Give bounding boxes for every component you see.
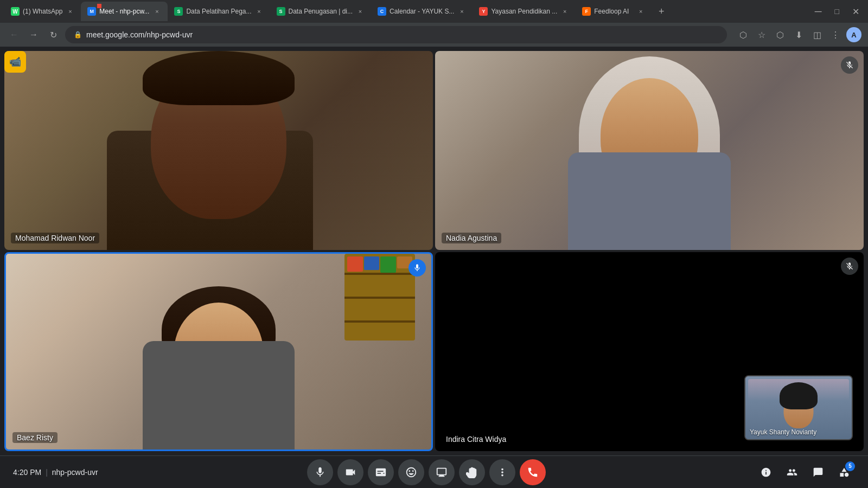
extensions-icon[interactable]: ⬡	[773, 27, 788, 42]
yayasan-tab-close[interactable]: ×	[560, 7, 569, 16]
nadia-name-label: Nadia Agustina	[442, 233, 501, 243]
controls-bar: 4:20 PM | nhp-pcwd-uvr	[0, 455, 868, 488]
yayasan-tab-label: Yayasan Pendidikan ...	[491, 8, 557, 15]
new-tab-button[interactable]: +	[654, 4, 669, 19]
sidebar-icon[interactable]: ◫	[809, 27, 825, 42]
baez-speaking-icon	[409, 259, 426, 277]
tab-feedloop[interactable]: F Feedloop AI ×	[576, 2, 652, 21]
minimize-button[interactable]: ─	[810, 6, 826, 17]
screen-cast-icon[interactable]: ⬡	[736, 27, 751, 42]
control-buttons-center	[307, 459, 546, 485]
calendar-tab-close[interactable]: ×	[457, 7, 466, 16]
calendar-tab-label: Calendar - YAYUK S...	[390, 8, 454, 15]
whatsapp-tab-label: (1) WhatsApp	[23, 8, 62, 15]
indira-mute-icon	[841, 258, 858, 275]
self-view-label: Yayuk Shanty Novianty	[750, 428, 816, 436]
meet-tab-label: Meet - nhp-pcw...	[99, 8, 149, 15]
penugasan-tab-label: Data Penugasan | di...	[289, 8, 353, 15]
tab-meet[interactable]: M Meet - nhp-pcw... ×	[81, 2, 168, 21]
meet-logo-icon: 📹	[4, 51, 26, 73]
present-button[interactable]	[429, 459, 455, 485]
pelatihan-tab-label: Data Pelatihan Pega...	[186, 8, 251, 15]
meet-tab-close[interactable]: ×	[152, 7, 161, 16]
tab-whatsapp[interactable]: W (1) WhatsApp ×	[4, 2, 81, 21]
browser-chrome: W (1) WhatsApp × M Meet - nhp-pcw... × S…	[0, 0, 868, 47]
video-grid: Mohamad Ridwan Noor Nadia Agustina	[0, 47, 868, 455]
pelatihan-tab-close[interactable]: ×	[255, 7, 264, 16]
penugasan-favicon: S	[277, 7, 285, 16]
address-text: meet.google.com/nhp-pcwd-uvr	[86, 30, 718, 39]
activities-button[interactable]: 5	[833, 461, 855, 483]
download-icon[interactable]: ⬇	[791, 27, 806, 42]
camera-button[interactable]	[337, 459, 363, 485]
video-tile-indira[interactable]: Indira Citra Widya Yayuk Shanty Novianty	[435, 252, 864, 451]
meet-logo-symbol: 📹	[9, 56, 21, 68]
feedloop-tab-label: Feedloop AI	[594, 8, 633, 15]
profile-avatar[interactable]: A	[846, 27, 861, 42]
end-call-button[interactable]	[520, 459, 546, 485]
nadia-mute-icon	[841, 56, 858, 74]
penugasan-tab-close[interactable]: ×	[356, 7, 365, 16]
whatsapp-favicon: W	[11, 7, 20, 16]
reload-button[interactable]: ↻	[46, 27, 61, 42]
info-button[interactable]	[755, 461, 777, 483]
menu-icon[interactable]: ⋮	[828, 27, 843, 42]
back-button[interactable]: ←	[7, 27, 22, 42]
indira-name-label: Indira Citra Widya	[442, 434, 510, 445]
emoji-button[interactable]	[398, 459, 424, 485]
mic-button[interactable]	[307, 459, 333, 485]
captions-button[interactable]	[368, 459, 394, 485]
feedloop-favicon: F	[582, 7, 591, 16]
toolbar-icons: ⬡ ☆ ⬡ ⬇ ◫ ⋮ A	[736, 27, 861, 42]
tab-calendar[interactable]: C Calendar - YAYUK S... ×	[371, 2, 473, 21]
tab-bar: W (1) WhatsApp × M Meet - nhp-pcw... × S…	[0, 0, 868, 23]
meet-logo: 📹	[4, 51, 26, 73]
raise-hand-button[interactable]	[459, 459, 485, 485]
close-button[interactable]: ✕	[848, 7, 864, 17]
video-tile-nadia[interactable]: Nadia Agustina	[435, 51, 864, 250]
tab-yayasan[interactable]: Y Yayasan Pendidikan ... ×	[473, 2, 576, 21]
calendar-favicon: C	[378, 7, 386, 16]
video-tile-ridwan[interactable]: Mohamad Ridwan Noor	[4, 51, 433, 250]
side-controls: 5	[755, 461, 855, 483]
whatsapp-tab-close[interactable]: ×	[66, 7, 74, 16]
self-view-pip[interactable]: Yayuk Shanty Novianty	[744, 375, 853, 440]
tab-penugasan[interactable]: S Data Penugasan | di... ×	[270, 2, 372, 21]
video-tile-baez[interactable]: Baez Risty	[4, 252, 433, 451]
address-bar-row: ← → ↻ 🔒 meet.google.com/nhp-pcwd-uvr ⬡ ☆…	[0, 23, 868, 47]
tab-pelatihan[interactable]: S Data Pelatihan Pega... ×	[168, 2, 270, 21]
people-button[interactable]	[781, 461, 803, 483]
yayasan-favicon: Y	[479, 7, 488, 16]
baez-name-label: Baez Risty	[12, 432, 58, 443]
feedloop-tab-close[interactable]: ×	[636, 7, 645, 16]
lock-icon: 🔒	[74, 31, 82, 38]
meeting-info: 4:20 PM | nhp-pcwd-uvr	[13, 468, 98, 477]
chat-button[interactable]	[807, 461, 829, 483]
bookmark-icon[interactable]: ☆	[754, 27, 769, 42]
window-controls: ─ □ ✕	[810, 6, 864, 17]
meet-favicon: M	[87, 7, 96, 16]
activities-badge: 5	[845, 461, 855, 471]
meeting-divider: |	[46, 468, 48, 477]
meeting-id: nhp-pcwd-uvr	[52, 468, 98, 477]
more-options-button[interactable]	[489, 459, 515, 485]
ridwan-name-label: Mohamad Ridwan Noor	[11, 233, 99, 243]
maximize-button[interactable]: □	[831, 7, 844, 16]
address-bar[interactable]: 🔒 meet.google.com/nhp-pcwd-uvr	[65, 26, 727, 43]
forward-button[interactable]: →	[26, 27, 41, 42]
pelatihan-favicon: S	[174, 7, 183, 16]
meeting-time: 4:20 PM	[13, 468, 41, 477]
